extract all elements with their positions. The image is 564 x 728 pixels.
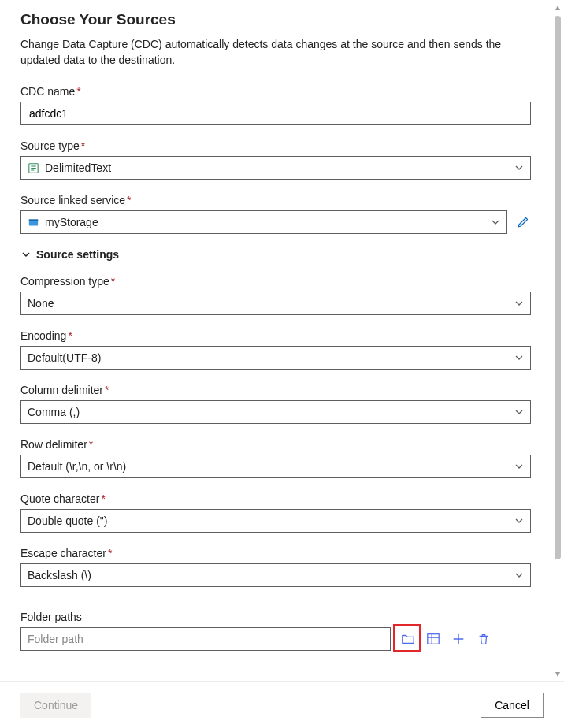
- linked-service-label: Source linked service*: [20, 194, 531, 206]
- page-title: Choose Your Sources: [20, 11, 531, 28]
- row-delim-value: Default (\r,\n, or \r\n): [28, 460, 126, 473]
- escape-char-label: Escape character*: [20, 547, 531, 559]
- column-delim-label: Column delimiter*: [20, 384, 531, 396]
- folder-path-placeholder: Folder path: [28, 633, 83, 645]
- quote-char-label: Quote character*: [20, 492, 531, 505]
- folder-paths-label: Folder paths: [20, 611, 531, 623]
- escape-char-select[interactable]: Backslash (\): [20, 563, 531, 587]
- chevron-down-icon: [514, 570, 524, 580]
- escape-char-value: Backslash (\): [28, 569, 91, 581]
- schema-button[interactable]: [425, 631, 441, 647]
- quote-char-value: Double quote ("): [28, 514, 107, 527]
- delimited-text-icon: [28, 162, 39, 173]
- encoding-select[interactable]: Default(UTF-8): [20, 346, 531, 370]
- svg-rect-2: [28, 219, 37, 221]
- folder-path-input[interactable]: Folder path: [20, 627, 391, 651]
- scroll-up-icon[interactable]: ▴: [555, 0, 560, 14]
- scrollbar-track[interactable]: [555, 16, 561, 665]
- continue-button: Continue: [20, 693, 91, 718]
- storage-icon: [28, 217, 39, 228]
- browse-folder-button[interactable]: [400, 631, 416, 647]
- scroll-down-icon[interactable]: ▾: [555, 667, 560, 681]
- compression-select[interactable]: None: [20, 292, 531, 315]
- svg-rect-3: [428, 634, 439, 644]
- compression-value: None: [28, 297, 54, 310]
- page-description: Change Data Capture (CDC) automatically …: [20, 37, 531, 68]
- scrollbar-thumb[interactable]: [555, 16, 561, 559]
- linked-service-select[interactable]: myStorage: [20, 210, 507, 234]
- chevron-down-icon: [491, 217, 500, 227]
- add-path-button[interactable]: [451, 631, 466, 647]
- linked-service-value: myStorage: [45, 216, 98, 228]
- form-panel: Choose Your Sources Change Data Capture …: [0, 0, 551, 681]
- footer-bar: Continue Cancel: [0, 681, 564, 728]
- chevron-down-icon: [514, 163, 524, 173]
- source-type-value: DelimitedText: [45, 162, 111, 174]
- column-delim-select[interactable]: Comma (,): [20, 400, 531, 424]
- chevron-down-icon: [514, 299, 524, 308]
- encoding-value: Default(UTF-8): [28, 351, 101, 364]
- scrollbar[interactable]: ▴ ▾: [551, 0, 564, 681]
- chevron-down-icon: [514, 407, 524, 417]
- chevron-down-icon: [514, 462, 524, 471]
- row-delim-select[interactable]: Default (\r,\n, or \r\n): [20, 455, 531, 478]
- cdc-name-input[interactable]: [20, 102, 531, 125]
- chevron-down-icon: [514, 516, 524, 526]
- required-asterisk: *: [76, 85, 80, 98]
- chevron-down-icon: [514, 353, 524, 362]
- source-type-label: Source type*: [20, 139, 531, 152]
- source-type-select[interactable]: DelimitedText: [20, 156, 531, 180]
- row-delim-label: Row delimiter*: [20, 438, 531, 451]
- encoding-label: Encoding*: [20, 329, 531, 342]
- source-settings-toggle[interactable]: Source settings: [20, 248, 531, 261]
- compression-label: Compression type*: [20, 275, 531, 288]
- chevron-down-icon: [20, 249, 32, 260]
- cdc-name-label: CDC name*: [20, 85, 531, 98]
- column-delim-value: Comma (,): [28, 406, 80, 418]
- quote-char-select[interactable]: Double quote ("): [20, 509, 531, 533]
- edit-linked-service-button[interactable]: [515, 214, 531, 230]
- cancel-button[interactable]: Cancel: [481, 693, 544, 718]
- delete-path-button[interactable]: [476, 631, 492, 647]
